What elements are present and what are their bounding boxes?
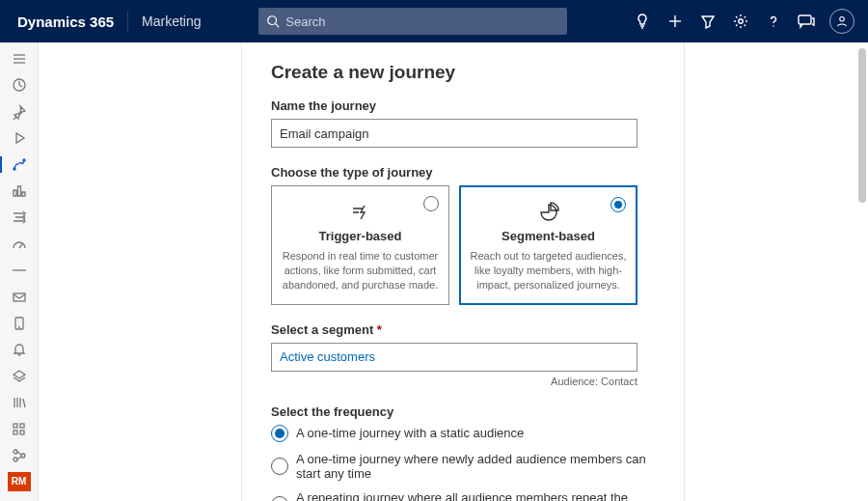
help-icon[interactable] — [764, 12, 783, 31]
svg-point-27 — [21, 454, 25, 458]
play-icon[interactable] — [0, 125, 39, 150]
svg-point-0 — [268, 16, 277, 25]
svg-point-28 — [14, 458, 17, 461]
gauge-icon[interactable] — [0, 232, 39, 256]
svg-rect-6 — [799, 15, 811, 24]
chat-icon[interactable] — [797, 12, 816, 31]
audience-hint: Audience: Contact — [271, 376, 637, 387]
radio-indicator — [271, 496, 288, 501]
type-card-segment[interactable]: Segment-based Reach out to targeted audi… — [459, 185, 637, 305]
create-journey-panel: Create a new journey Name the journey Ch… — [241, 42, 685, 501]
name-section: Name the journey — [271, 98, 655, 148]
global-search[interactable] — [258, 8, 567, 35]
bolt-icon — [282, 200, 439, 225]
panel-title: Create a new journey — [271, 62, 655, 83]
segment-label: Select a segment — [271, 322, 655, 337]
svg-rect-25 — [20, 431, 24, 434]
brand-divider — [127, 11, 128, 32]
svg-rect-24 — [20, 424, 24, 428]
frequency-section: Select the frequency A one-time journey … — [271, 404, 655, 501]
frequency-option-static[interactable]: A one-time journey with a static audienc… — [271, 425, 655, 442]
journey-icon[interactable] — [0, 153, 39, 177]
grid-icon[interactable] — [0, 417, 39, 441]
pin-icon[interactable] — [0, 99, 39, 124]
svg-rect-22 — [14, 424, 17, 428]
flow-icon[interactable] — [0, 206, 39, 230]
type-card-desc: Reach out to targeted audiences, like lo… — [470, 249, 627, 292]
svg-point-4 — [739, 19, 743, 23]
svg-point-7 — [840, 17, 845, 22]
type-card-title: Segment-based — [470, 229, 627, 243]
mail-icon[interactable] — [0, 285, 39, 309]
user-avatar-rail[interactable]: RM — [8, 472, 31, 491]
search-wrap — [258, 8, 567, 35]
radio-indicator — [271, 425, 288, 442]
plus-icon[interactable] — [665, 12, 685, 31]
scrollbar[interactable] — [858, 48, 866, 203]
journey-name-input[interactable] — [271, 119, 637, 148]
topbar: Dynamics 365 Marketing — [0, 0, 868, 42]
frequency-label: Select the frequency — [271, 404, 655, 419]
bell-icon[interactable] — [0, 338, 39, 362]
svg-line-1 — [276, 24, 280, 28]
search-icon — [266, 14, 280, 28]
radio-indicator — [423, 196, 439, 211]
name-label: Name the journey — [271, 98, 655, 113]
type-label: Choose the type of journey — [271, 165, 655, 180]
frequency-option-label: A one-time journey with a static audienc… — [296, 426, 524, 440]
svg-line-21 — [23, 399, 25, 407]
filter-icon[interactable] — [698, 12, 718, 31]
hamburger-icon[interactable] — [0, 46, 39, 70]
svg-point-5 — [773, 25, 774, 27]
type-card-desc: Respond in real time to customer actions… — [282, 249, 439, 292]
frequency-option-label: A repeating journey where all audience m… — [296, 490, 655, 501]
radio-indicator — [610, 197, 626, 212]
recent-icon[interactable] — [0, 72, 39, 97]
type-card-trigger[interactable]: Trigger-based Respond in real time to cu… — [271, 185, 449, 305]
divider-rail — [0, 258, 39, 282]
radio-indicator — [271, 458, 288, 475]
library-icon[interactable] — [0, 390, 39, 414]
form-icon[interactable] — [0, 364, 39, 388]
topbar-actions — [633, 9, 854, 34]
search-input[interactable] — [285, 14, 559, 29]
type-cards: Trigger-based Respond in real time to cu… — [271, 185, 637, 305]
mobile-icon[interactable] — [0, 311, 39, 335]
frequency-option-repeating[interactable]: A repeating journey where all audience m… — [271, 490, 655, 501]
analytics-icon[interactable] — [0, 179, 39, 203]
user-avatar-top[interactable] — [829, 9, 854, 34]
pie-icon — [470, 200, 627, 225]
gear-icon[interactable] — [731, 12, 750, 31]
lightbulb-icon[interactable] — [633, 12, 652, 31]
type-card-title: Trigger-based — [282, 229, 439, 243]
module-label: Marketing — [142, 14, 201, 29]
frequency-option-ongoing[interactable]: A one-time journey where newly added aud… — [271, 452, 655, 481]
segment-section: Select a segment Audience: Contact — [271, 322, 655, 387]
frequency-option-label: A one-time journey where newly added aud… — [296, 452, 655, 481]
svg-point-26 — [14, 450, 17, 454]
connections-icon[interactable] — [0, 443, 39, 467]
main-area: Create a new journey Name the journey Ch… — [39, 42, 868, 501]
type-section: Choose the type of journey Trigger-based… — [271, 165, 655, 305]
segment-input[interactable] — [271, 343, 637, 372]
svg-rect-23 — [14, 431, 17, 434]
brand-label: Dynamics 365 — [17, 14, 114, 30]
left-nav-rail: RM — [0, 42, 39, 501]
svg-rect-15 — [14, 293, 25, 301]
